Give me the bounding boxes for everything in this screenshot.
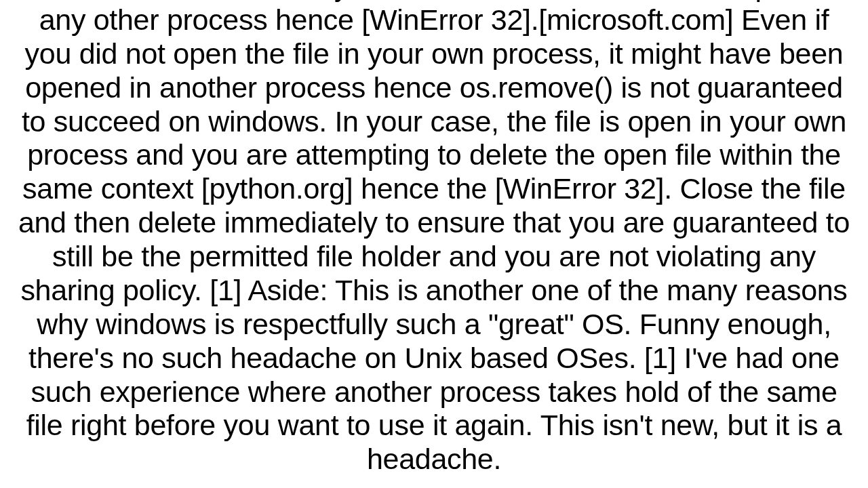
body-paragraph: Once the file is loaded, you cannot load… — [14, 0, 854, 476]
document-content: Once the file is loaded, you cannot load… — [0, 0, 868, 476]
